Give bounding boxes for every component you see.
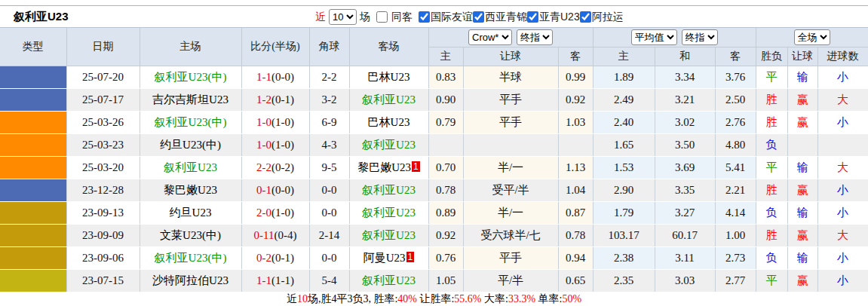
filter-checkbox[interactable] [376, 11, 388, 23]
corner-score: 2-14 [309, 225, 349, 247]
home-team-link[interactable]: 黎巴嫩U23 [164, 184, 217, 196]
recent-label: 近 [315, 6, 326, 27]
result-wdl: 平 [756, 157, 787, 179]
stats-summary-segment: 40% [397, 293, 417, 304]
away-team-link[interactable]: 阿曼U23 [363, 252, 406, 264]
scope-select-group: 全场 [756, 28, 868, 47]
col-away: 客场 [349, 28, 428, 66]
filter-checkbox-item[interactable]: 同客 [376, 6, 413, 27]
home-team-link[interactable]: 沙特阿拉伯U23 [152, 274, 229, 286]
match-table-body: 国际友谊 25-07-20 叙利亚U23(中) 1-1(0-0) 2-2 巴林U… [0, 66, 868, 292]
col-score: 比分(半场) [241, 28, 309, 66]
score-cell: 1-0(1-0) [241, 134, 309, 157]
home-team-cell: 文莱U23(中) [140, 225, 241, 247]
filter-checkbox[interactable] [473, 11, 484, 23]
crow-away-odds: 1.04 [558, 179, 593, 202]
odds-stage-select-b[interactable]: 终指 [682, 29, 718, 45]
col-crow-handicap: 让球 [463, 47, 558, 66]
halftime-score: (1-0) [271, 139, 294, 151]
away-team-link[interactable]: 黎巴嫩U23 [357, 161, 411, 173]
avg-home-odds: 1.65 [593, 134, 655, 157]
filter-checkbox-item[interactable]: 国际友谊 [419, 6, 473, 27]
col-result-goals: 进球数 [817, 47, 868, 66]
competition-type-badge: 亚青U23 [0, 247, 66, 270]
filter-checkbox-item[interactable]: 西亚青锦 [473, 6, 527, 27]
away-team-link[interactable]: 叙利亚U23 [362, 93, 416, 106]
halftime-score: (0-0) [271, 184, 294, 196]
crow-away-odds: 0.99 [558, 66, 593, 89]
avg-draw-odds: 3.34 [655, 66, 715, 89]
filter-checkbox[interactable] [527, 11, 538, 23]
home-team-link[interactable]: 约旦U23(中) [160, 139, 221, 151]
away-team-link[interactable]: 叙利亚U23 [362, 274, 416, 286]
match-date: 23-09-09 [66, 225, 140, 247]
match-row: 亚青U23 23-09-06 叙利亚U23(中) 0-2(0-1) 0-0 阿曼… [0, 247, 868, 270]
avg-home-odds: 2.90 [593, 179, 655, 202]
fulltime-score: 1-0 [256, 116, 271, 128]
score-cell: 1-0(1-0) [241, 112, 309, 134]
result-goals: 小 [817, 270, 868, 292]
col-home: 主场 [140, 28, 241, 66]
col-result-handicap: 让球 [787, 47, 817, 66]
match-date: 25-03-26 [66, 112, 140, 134]
score-cell: 0-2(0-1) [241, 247, 309, 270]
handicap-line: 受六球半/七 [463, 225, 558, 247]
average-select[interactable]: 平均值 [631, 29, 677, 45]
home-team-link[interactable]: 吉尔吉斯坦U23 [152, 93, 229, 106]
home-team-link[interactable]: 叙利亚U23(中) [155, 252, 227, 264]
result-handicap: 输 [787, 157, 817, 179]
average-select-group: 平均值 终指 [593, 28, 756, 47]
result-goals [817, 134, 868, 157]
filter-checkbox-item[interactable]: 亚青U23 [527, 6, 580, 27]
filter-checkbox[interactable] [419, 11, 430, 23]
halftime-score: (1-0) [271, 116, 294, 128]
match-row: 国际友谊 23-12-28 黎巴嫩U23 0-1(0-0) 0-0 叙利亚U23… [0, 179, 868, 202]
match-date: 25-03-20 [66, 157, 140, 179]
home-team-cell: 叙利亚U23 [140, 157, 241, 179]
filter-checkbox[interactable] [580, 11, 591, 23]
odds-stage-select-a[interactable]: 终指 [517, 29, 553, 45]
match-date: 23-12-28 [66, 179, 140, 202]
crow-away-odds: 1.03 [558, 112, 593, 134]
avg-home-odds: 2.40 [593, 112, 655, 134]
result-handicap: 输 [787, 202, 817, 225]
home-team-link[interactable]: 文莱U23(中) [160, 229, 221, 241]
filter-checkbox-item[interactable]: 阿拉运 [580, 6, 624, 27]
away-team-cell: 叙利亚U23 [349, 270, 428, 292]
bookmaker-select[interactable]: Crow* [468, 29, 512, 45]
result-goals: 大 [817, 225, 868, 247]
avg-away-odds: 2.76 [715, 112, 756, 134]
red-card-badge: 1 [412, 161, 420, 172]
home-team-link[interactable]: 叙利亚U23(中) [155, 71, 227, 83]
corner-score: 6-9 [309, 112, 349, 134]
away-team-link[interactable]: 巴林U23 [368, 116, 410, 128]
home-team-link[interactable]: 约旦U23 [170, 207, 212, 219]
scope-select[interactable]: 全场 [794, 29, 830, 45]
score-cell: 2-0(1-0) [241, 202, 309, 225]
result-goals: 小 [817, 112, 868, 134]
home-team-link[interactable]: 叙利亚U23(中) [155, 116, 227, 128]
corner-score: 2-2 [309, 66, 349, 89]
result-goals: 大 [817, 157, 868, 179]
recent-count-select[interactable]: 10 [329, 9, 357, 25]
crow-home-odds: 0.76 [428, 247, 463, 270]
result-wdl: 胜 [756, 179, 787, 202]
away-team-cell: 叙利亚U23 [349, 225, 428, 247]
handicap-line: 平手 [463, 247, 558, 270]
match-row: 西亚青锦 25-03-23 约旦U23(中) 1-0(1-0) 4-3 叙利亚U… [0, 134, 868, 157]
bookmaker-select-group: Crow* 终指 [428, 28, 593, 47]
away-team-link[interactable]: 叙利亚U23 [362, 184, 416, 196]
away-team-link[interactable]: 叙利亚U23 [362, 139, 416, 151]
result-handicap [787, 134, 817, 157]
away-team-link[interactable]: 叙利亚U23 [362, 207, 416, 219]
away-team-link[interactable]: 巴林U23 [368, 71, 410, 83]
result-handicap: 赢 [787, 225, 817, 247]
home-team-link[interactable]: 叙利亚U23 [164, 161, 217, 173]
corner-score: 9-5 [309, 157, 349, 179]
match-row: 阿拉运 23-07-15 沙特阿拉伯U23 1-1(1-1) 5-4 叙利亚U2… [0, 270, 868, 292]
halftime-score: (1-1) [271, 274, 294, 286]
away-team-link[interactable]: 叙利亚U23 [362, 229, 416, 241]
halftime-score: (0-1) [271, 93, 294, 106]
corner-score: 0-0 [309, 179, 349, 202]
crow-home-odds: 0.90 [428, 89, 463, 112]
